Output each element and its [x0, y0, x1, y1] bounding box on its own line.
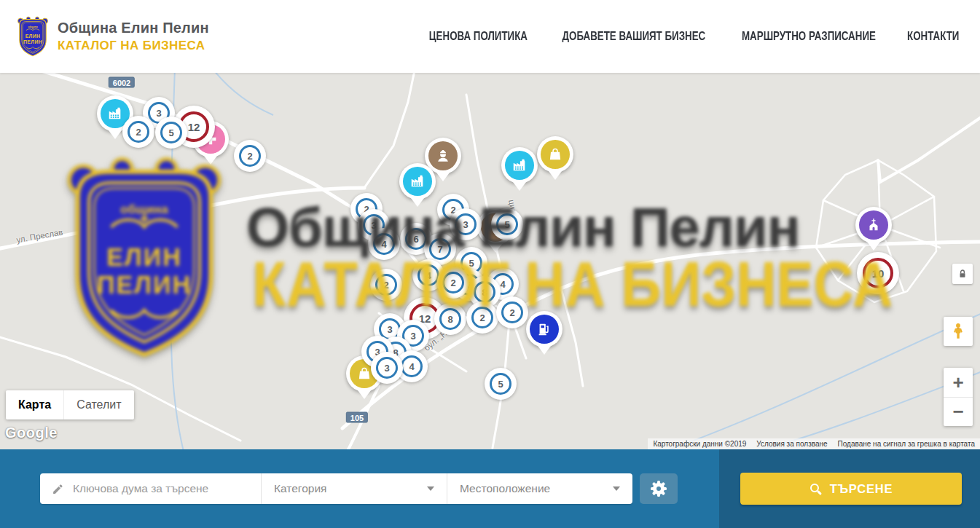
category-select[interactable]: Категория — [261, 473, 447, 504]
cluster-count: 7 — [437, 244, 442, 255]
cluster-count: 6 — [413, 234, 418, 245]
cluster-count: 3 — [410, 331, 415, 342]
main-nav: ЦЕНОВА ПОЛИТИКА ДОБАВЕТЕ ВАШИЯТ БИЗНЕС М… — [425, 31, 962, 42]
cluster-marker[interactable]: 2 — [234, 140, 266, 172]
satellite-view-button[interactable]: Сателит — [63, 390, 133, 419]
cluster-marker[interactable]: 5 — [491, 208, 523, 240]
location-select[interactable]: Местоположение — [447, 473, 632, 504]
pegman-icon — [949, 322, 968, 341]
cluster-count: 5 — [168, 127, 173, 138]
cluster-count: 4 — [500, 279, 505, 290]
cluster-count: 3 — [371, 220, 376, 231]
category-marker-shopping-bag[interactable] — [537, 136, 573, 173]
cluster-count: 4 — [426, 270, 431, 281]
header: община ЕЛИН ПЕЛИН Община Елин Пелин КАТА… — [0, 0, 980, 73]
cluster-count: 3 — [387, 324, 392, 335]
nav-item-contacts[interactable]: КОНТАКТИ — [905, 31, 962, 42]
nav-item-add-business[interactable]: ДОБАВЕТЕ ВАШИЯТ БИЗНЕС — [556, 31, 712, 42]
factory-icon — [505, 151, 534, 180]
attribution-terms-link[interactable]: Условия за ползване — [751, 440, 832, 448]
attribution-bar: Картографски данни ©2019 Условия за полз… — [648, 438, 980, 449]
cluster-marker[interactable]: 5 — [485, 368, 517, 400]
category-marker-factory[interactable] — [501, 147, 538, 184]
zoom-in-button[interactable]: + — [944, 368, 973, 397]
pegman-button[interactable] — [944, 317, 973, 346]
cluster-count: 2 — [247, 151, 252, 162]
cluster-marker[interactable]: 2 — [466, 302, 498, 334]
svg-text:ПЕЛИН: ПЕЛИН — [23, 39, 42, 44]
chevron-down-icon — [613, 486, 620, 491]
keyword-input[interactable] — [73, 482, 261, 495]
site-title-line1: Община Елин Пелин — [58, 20, 209, 36]
search-form: Категория Местоположение — [40, 473, 632, 504]
markers-layer: 12325222335647542724812822338343510 — [0, 73, 980, 449]
cluster-count: 2 — [450, 277, 455, 288]
gear-icon — [651, 481, 667, 497]
cluster-marker[interactable]: 8 — [434, 303, 466, 335]
cluster-count: 12 — [188, 121, 200, 133]
municipality-logo[interactable]: община ЕЛИН ПЕЛИН Община Елин Пелин КАТА… — [16, 16, 209, 58]
fuel-pump-icon — [530, 315, 559, 344]
cluster-count: 3 — [384, 363, 389, 374]
keyword-field-wrap — [40, 473, 261, 504]
chevron-down-icon — [427, 486, 434, 491]
advanced-settings-button[interactable] — [640, 473, 678, 504]
zoom-control: + − — [944, 368, 973, 426]
cluster-count: 4 — [381, 239, 386, 250]
cluster-count: 5 — [469, 258, 474, 269]
cluster-count: 5 — [498, 379, 503, 390]
shopping-bag-icon — [541, 140, 570, 169]
nav-item-route-schedule[interactable]: МАРШРУТНО РАЗПИСАНИЕ — [736, 31, 882, 42]
municipality-emblem-icon: община ЕЛИН ПЕЛИН — [16, 16, 50, 58]
lock-icon — [957, 269, 968, 279]
location-select-label: Местоположение — [460, 482, 550, 495]
lock-button[interactable] — [952, 264, 973, 284]
zoom-out-button[interactable]: − — [944, 397, 973, 426]
church-icon — [859, 210, 888, 240]
site-title: Община Елин Пелин КАТАЛОГ НА БИЗНЕСА — [58, 20, 209, 53]
attribution-report-link[interactable]: Подаване на сигнал за грешка в картата — [833, 440, 980, 448]
cluster-count: 3 — [156, 108, 161, 119]
cluster-count: 5 — [504, 219, 509, 230]
cluster-marker[interactable]: 3 — [450, 208, 482, 240]
svg-text:ЕЛИН: ЕЛИН — [26, 34, 41, 39]
worker-icon — [428, 141, 458, 170]
nav-item-pricing[interactable]: ЦЕНОВА ПОЛИТИКА — [425, 31, 532, 42]
cluster-marker[interactable]: 2 — [370, 269, 402, 301]
search-button[interactable]: ТЪРСЕНЕ — [740, 473, 962, 505]
cluster-count: 3 — [463, 219, 468, 230]
cluster-count: 2 — [509, 307, 514, 318]
cluster-marker[interactable]: 10 — [857, 252, 899, 294]
cluster-count: 8 — [447, 314, 452, 325]
page: община ЕЛИН ПЕЛИН Община Елин Пелин КАТА… — [0, 0, 980, 528]
site-title-line2: КАТАЛОГ НА БИЗНЕСА — [58, 39, 209, 53]
search-bar: Категория Местоположение ТЪРСЕНЕ — [0, 449, 980, 528]
cluster-marker[interactable]: 5 — [155, 117, 187, 149]
cluster-marker[interactable]: 4 — [368, 228, 400, 260]
search-icon — [810, 483, 822, 495]
pencil-icon — [52, 483, 64, 495]
cluster-marker[interactable]: 3 — [371, 352, 403, 384]
search-button-label: ТЪРСЕНЕ — [830, 482, 893, 496]
map-view-button[interactable]: Карта — [6, 390, 63, 419]
cluster-count: 8 — [482, 287, 487, 298]
map-canvas[interactable]: 6002 105 ул. Преслав бул. „Новосел ции 1… — [0, 73, 980, 449]
cluster-count: 2 — [383, 280, 388, 291]
cluster-count: 2 — [136, 127, 141, 138]
factory-icon — [403, 167, 432, 196]
map-type-control: Карта Сателит — [6, 390, 134, 419]
category-marker-fuel-pump[interactable] — [526, 311, 562, 347]
cluster-count: 4 — [409, 361, 414, 372]
category-select-label: Категория — [274, 482, 326, 495]
attribution-copyright: Картографски данни ©2019 — [648, 440, 751, 448]
cluster-marker[interactable]: 2 — [122, 116, 154, 148]
cluster-count: 10 — [872, 267, 885, 280]
cluster-marker[interactable]: 2 — [437, 267, 469, 299]
category-marker-factory[interactable] — [399, 163, 436, 200]
cluster-count: 2 — [479, 312, 485, 323]
google-logo[interactable]: Google — [5, 425, 58, 441]
category-marker-church[interactable] — [855, 207, 892, 243]
cluster-marker[interactable]: 2 — [496, 296, 528, 328]
